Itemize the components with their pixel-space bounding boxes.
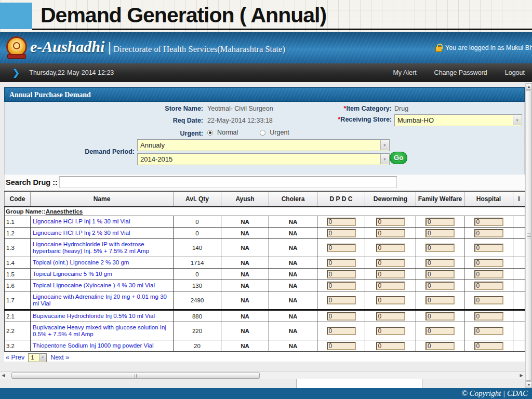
qty-input-family-welfare[interactable] <box>425 327 455 335</box>
chevron-down-icon[interactable]: ▼ <box>513 115 521 125</box>
drug-name-link[interactable]: Topical Lignocaine 5 % 10 gm <box>33 271 112 277</box>
item-category-label: *Item Category: <box>316 105 392 112</box>
qty-cell-dpdc <box>317 340 365 352</box>
qty-input-deworming[interactable] <box>376 282 405 290</box>
scroll-up-icon[interactable]: ▲ <box>526 83 532 90</box>
req-date-value: 22-May-2014 12:33:18 <box>207 117 273 124</box>
na-value-ayush: NA <box>221 322 269 340</box>
drug-code: 1.7 <box>5 291 31 310</box>
qty-cell-family-welfare <box>416 228 464 239</box>
page-body: Annual Purchase Demand Store Name: Yeotm… <box>0 82 532 388</box>
clipped-cell <box>513 322 525 340</box>
qty-input-dpdc[interactable] <box>327 259 356 267</box>
qty-input-hospital[interactable] <box>474 218 503 226</box>
qty-cell-hospital <box>464 239 513 257</box>
qty-input-dpdc[interactable] <box>327 312 356 321</box>
drug-code: 1.5 <box>5 269 31 280</box>
chevron-down-icon[interactable]: ▼ <box>39 354 46 361</box>
available-qty: 130 <box>174 280 221 291</box>
qty-input-deworming[interactable] <box>376 327 405 335</box>
qty-input-family-welfare[interactable] <box>425 218 455 226</box>
qty-input-deworming[interactable] <box>376 244 405 252</box>
vertical-scrollbar[interactable]: ▲ ▼ <box>525 83 532 388</box>
qty-input-family-welfare[interactable] <box>425 270 455 278</box>
radio-normal[interactable] <box>207 130 213 136</box>
qty-input-dpdc[interactable] <box>327 282 356 290</box>
qty-input-hospital[interactable] <box>474 342 503 350</box>
receiving-store-select[interactable]: Mumbai-HO ▼ <box>394 114 522 126</box>
qty-input-hospital[interactable] <box>474 270 503 278</box>
drug-name-link[interactable]: Lignocaine HCI I.P Inj 1 % 30 ml Vial <box>33 218 130 224</box>
qty-input-deworming[interactable] <box>376 312 405 321</box>
drug-name-link[interactable]: Thiopentone Sodium Inj 1000 mg powder Vi… <box>33 342 154 349</box>
drug-name-link[interactable]: Lignocaine with Adrenaline Inj 20 mg + 0… <box>33 294 167 307</box>
scroll-right-icon[interactable]: ▶ <box>518 373 525 379</box>
vertical-scrollbar-thumb[interactable] <box>526 90 532 381</box>
nav-link-change-password[interactable]: Change Password <box>434 69 487 76</box>
qty-cell-family-welfare <box>416 310 464 322</box>
qty-input-family-welfare[interactable] <box>425 296 455 304</box>
qty-cell-dpdc <box>317 310 365 322</box>
qty-input-family-welfare[interactable] <box>425 312 455 321</box>
available-qty: 880 <box>174 310 221 322</box>
scroll-left-icon[interactable]: ◀ <box>0 373 7 379</box>
radio-urgent[interactable] <box>260 130 265 136</box>
drug-code: 1.6 <box>5 280 31 291</box>
demand-period-year-select[interactable]: 2014-2015 ▼ <box>137 153 390 165</box>
qty-input-dpdc[interactable] <box>327 327 356 335</box>
drug-name-link[interactable]: Bupivacaine Hydrochloride Inj 0.5% 10 ml… <box>33 313 155 319</box>
qty-input-hospital[interactable] <box>474 259 503 267</box>
qty-input-hospital[interactable] <box>474 229 503 237</box>
qty-input-deworming[interactable] <box>376 342 405 350</box>
qty-input-deworming[interactable] <box>376 229 405 237</box>
drug-name-link[interactable]: Bupivacaine Heavy mixed with glucose sol… <box>33 324 166 337</box>
qty-input-dpdc[interactable] <box>327 218 356 226</box>
qty-input-deworming[interactable] <box>376 259 405 267</box>
group-name-link[interactable]: Anaesthetics <box>46 208 83 215</box>
qty-input-family-welfare[interactable] <box>425 259 455 267</box>
qty-cell-hospital <box>464 257 513 269</box>
qty-input-hospital[interactable] <box>474 296 503 304</box>
clipped-cell <box>513 310 525 322</box>
qty-input-dpdc[interactable] <box>327 244 356 252</box>
nav-link-logout[interactable]: Logout <box>505 69 525 76</box>
drug-name-link[interactable]: Lignocaine Hydrochloride IP with dextros… <box>33 241 149 254</box>
available-qty: 0 <box>174 269 221 280</box>
page-number-select[interactable]: 1 ▼ <box>28 353 47 362</box>
qty-input-hospital[interactable] <box>474 327 503 335</box>
nav-link-my-alert[interactable]: My Alert <box>393 69 416 76</box>
search-drug-input[interactable] <box>59 176 397 188</box>
qty-input-deworming[interactable] <box>376 296 405 304</box>
qty-input-family-welfare[interactable] <box>425 282 455 290</box>
qty-input-deworming[interactable] <box>376 270 405 278</box>
qty-input-family-welfare[interactable] <box>425 229 455 237</box>
horizontal-scrollbar[interactable]: ◀ ▶ <box>0 371 525 379</box>
qty-input-dpdc[interactable] <box>327 296 356 304</box>
chevron-right-icon[interactable]: ❯ <box>12 68 20 78</box>
drug-code: 1.3 <box>5 239 31 257</box>
prev-page-link[interactable]: « Prev <box>6 354 24 361</box>
qty-input-dpdc[interactable] <box>327 229 356 237</box>
scroll-down-icon[interactable]: ▼ <box>526 381 532 388</box>
qty-input-dpdc[interactable] <box>327 270 356 278</box>
table-row: 1.2Lignocaine HCI I.P Inj 2 % 30 ml Vial… <box>5 228 525 239</box>
horizontal-scrollbar-thumb[interactable] <box>11 373 260 379</box>
qty-input-deworming[interactable] <box>376 218 405 226</box>
chevron-down-icon[interactable]: ▼ <box>380 154 389 164</box>
next-page-link[interactable]: Next » <box>50 354 69 361</box>
qty-input-hospital[interactable] <box>474 244 503 252</box>
drug-name-link[interactable]: Topical (oint.) Lignocaine 2 % 30 gm <box>33 259 129 265</box>
qty-input-dpdc[interactable] <box>327 342 356 350</box>
drug-name-link[interactable]: Lignocaine HCI I.P Inj 2 % 30 ml Vial <box>33 230 130 236</box>
go-button[interactable]: Go <box>390 152 407 164</box>
drug-name-link[interactable]: Topical Lignocaine (Xylocaine ) 4 % 30 m… <box>33 282 155 288</box>
qty-input-hospital[interactable] <box>474 312 503 321</box>
qty-input-hospital[interactable] <box>474 282 503 290</box>
qty-input-family-welfare[interactable] <box>425 342 455 350</box>
chevron-down-icon[interactable]: ▼ <box>380 140 389 150</box>
qty-input-family-welfare[interactable] <box>425 244 455 252</box>
demand-period-type-select[interactable]: Annualy ▼ <box>137 139 390 151</box>
na-value-ayush: NA <box>221 340 269 352</box>
column-header-hospital: Hospital <box>464 191 513 207</box>
navbar: ❯ Thursday,22-May-2014 12:23 My Alert Ch… <box>0 63 532 82</box>
